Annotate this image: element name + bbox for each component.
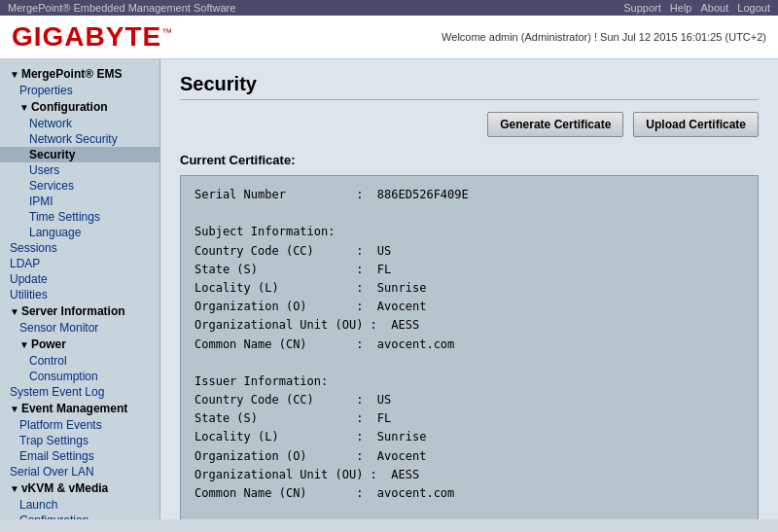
cert-line: State (S) : FL	[194, 261, 744, 279]
sidebar-item-users[interactable]: Users	[0, 162, 159, 178]
sidebar-item-email-settings[interactable]: Email Settings	[0, 448, 159, 464]
sidebar-item-time-settings[interactable]: Time Settings	[0, 209, 159, 225]
sidebar-item-utilities[interactable]: Utilities	[0, 287, 159, 302]
sidebar-item-network[interactable]: Network	[0, 116, 159, 131]
sidebar: ▼MergePoint® EMS Properties ▼Configurati…	[0, 59, 160, 519]
cert-line	[194, 204, 744, 223]
cert-buttons: Generate Certificate Upload Certificate	[180, 112, 759, 137]
top-bar-title: MergePoint® Embedded Management Software	[8, 2, 235, 14]
sidebar-item-mergepoint[interactable]: ▼MergePoint® EMS	[0, 65, 159, 83]
sidebar-item-platform-events[interactable]: Platform Events	[0, 417, 159, 433]
sidebar-item-network-security[interactable]: Network Security	[0, 131, 159, 147]
sidebar-item-ipmi[interactable]: IPMI	[0, 194, 159, 209]
welcome-message: Welcome admin (Administrator) ! Sun Jul …	[442, 31, 766, 43]
sidebar-item-trap-settings[interactable]: Trap Settings	[0, 433, 159, 448]
logo: GIGABYTE™	[12, 21, 173, 53]
cert-line: Country Code (CC) : US	[194, 391, 744, 409]
sidebar-item-vkvm[interactable]: ▼vKVM & vMedia	[0, 479, 159, 497]
top-bar: MergePoint® Embedded Management Software…	[0, 0, 778, 16]
sidebar-item-sessions[interactable]: Sessions	[0, 240, 159, 256]
cert-line: Organizational Unit (OU) : AESS	[194, 316, 744, 335]
sidebar-item-language[interactable]: Language	[0, 225, 159, 240]
cert-line	[194, 503, 744, 519]
cert-line: Organization (O) : Avocent	[194, 298, 744, 316]
sidebar-item-properties[interactable]: Properties	[0, 83, 159, 98]
sidebar-item-server-info[interactable]: ▼Server Information	[0, 302, 159, 320]
content-area: Security Generate Certificate Upload Cer…	[160, 59, 778, 519]
sidebar-item-ldap[interactable]: LDAP	[0, 256, 159, 271]
cert-line: Country Code (CC) : US	[194, 242, 744, 261]
help-link[interactable]: Help	[670, 2, 692, 14]
about-link[interactable]: About	[701, 2, 729, 14]
cert-line: Organizational Unit (OU) : AESS	[194, 466, 744, 484]
upload-certificate-button[interactable]: Upload Certificate	[633, 112, 759, 137]
top-bar-links: Support Help About Logout	[618, 2, 770, 14]
sidebar-item-configuration2[interactable]: Configuration	[0, 513, 159, 519]
logout-link[interactable]: Logout	[737, 2, 770, 14]
current-cert-label: Current Certificate:	[180, 153, 759, 167]
main-layout: ▼MergePoint® EMS Properties ▼Configurati…	[0, 59, 778, 519]
header: GIGABYTE™ Welcome admin (Administrator) …	[0, 16, 778, 59]
sidebar-item-consumption[interactable]: Consumption	[0, 369, 159, 384]
cert-line: Issuer Information:	[194, 372, 744, 391]
sidebar-item-security[interactable]: Security	[0, 147, 159, 162]
page-title: Security	[180, 73, 759, 100]
cert-line: Subject Information:	[194, 223, 744, 241]
generate-certificate-button[interactable]: Generate Certificate	[487, 112, 623, 137]
cert-line: Locality (L) : Sunrise	[194, 279, 744, 298]
cert-line	[194, 354, 744, 372]
sidebar-item-system-event-log[interactable]: System Event Log	[0, 384, 159, 400]
cert-line: Locality (L) : Sunrise	[194, 428, 744, 446]
support-link[interactable]: Support	[623, 2, 661, 14]
sidebar-item-control[interactable]: Control	[0, 353, 159, 369]
sidebar-item-services[interactable]: Services	[0, 178, 159, 194]
sidebar-item-launch[interactable]: Launch	[0, 497, 159, 513]
cert-line: Common Name (CN) : avocent.com	[194, 336, 744, 354]
cert-line: Serial Number : 886ED526F409E	[194, 186, 744, 204]
sidebar-item-serial-over-lan[interactable]: Serial Over LAN	[0, 464, 159, 479]
cert-line: Common Name (CN) : avocent.com	[194, 484, 744, 503]
sidebar-item-sensor-monitor[interactable]: Sensor Monitor	[0, 320, 159, 336]
sidebar-item-configuration[interactable]: ▼Configuration	[0, 98, 159, 116]
certificate-box: Serial Number : 886ED526F409E Subject In…	[180, 175, 759, 519]
sidebar-item-power[interactable]: ▼Power	[0, 336, 159, 353]
cert-line: State (S) : FL	[194, 409, 744, 428]
sidebar-item-event-management[interactable]: ▼Event Management	[0, 400, 159, 417]
sidebar-item-update[interactable]: Update	[0, 271, 159, 287]
cert-line: Organization (O) : Avocent	[194, 447, 744, 466]
